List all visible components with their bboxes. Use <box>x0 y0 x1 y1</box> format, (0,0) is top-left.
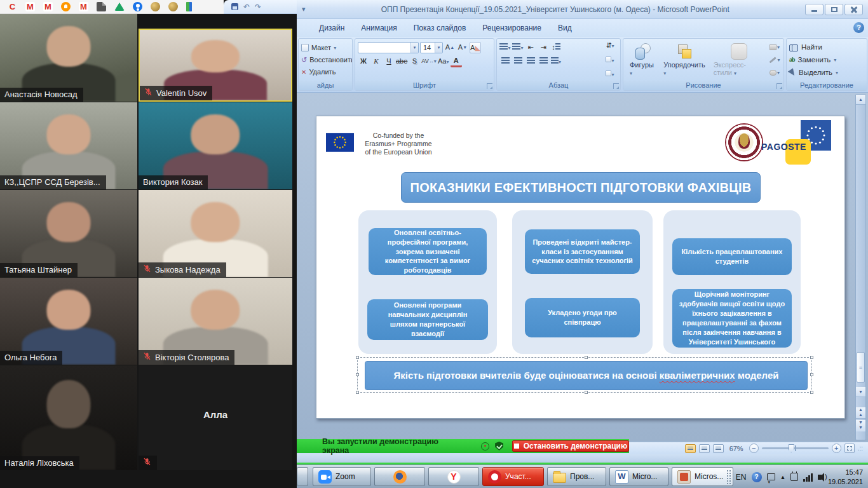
participant-tile[interactable]: Ольга Небога <box>0 278 137 365</box>
text-shadow-button[interactable]: S <box>409 56 420 67</box>
stop-share-button[interactable]: Остановить демонстрацию <box>512 440 629 452</box>
font-size-combo[interactable]: 14▾ <box>420 42 443 53</box>
maximize-button[interactable] <box>825 4 843 15</box>
taskbar-button-zoom[interactable]: Zoom <box>313 467 371 486</box>
slide-text-box[interactable]: Оновлені освітньо-професійної програми, … <box>369 228 487 275</box>
undo-icon[interactable]: ↶ <box>243 3 250 11</box>
character-spacing-button[interactable]: AV↔▾ <box>421 56 436 67</box>
slide-text-box[interactable]: Оновлені програми навчальних дисциплін ш… <box>367 299 488 340</box>
layout-button[interactable]: Макет▾ <box>301 42 349 54</box>
delete-slide-button[interactable]: ✕Удалить <box>301 66 349 78</box>
participant-tile[interactable]: Алла <box>139 365 292 470</box>
gmail-icon[interactable]: M <box>25 2 35 11</box>
participant-tile[interactable]: Вікторія Столярова <box>139 278 292 365</box>
bullets-button[interactable]: ▾ <box>499 42 511 53</box>
vertical-scrollbar[interactable]: ▲ ▼ ▲▲ ▼▼ <box>855 94 866 440</box>
scroll-down-icon[interactable]: ▼ <box>856 387 865 397</box>
gmail-icon[interactable]: M <box>43 2 53 11</box>
language-bar[interactable]: EN <box>736 473 747 482</box>
slide-text-box[interactable]: Щорічний моніторинг здобувачів вищої осв… <box>672 289 792 348</box>
resize-grip-icon[interactable]: .:: <box>858 445 863 452</box>
taskbar-button-yandex[interactable] <box>428 467 479 486</box>
grow-font-button[interactable]: A▲ <box>444 42 456 53</box>
taskbar-button-micros-[interactable]: Micros... <box>672 467 733 486</box>
align-left-button[interactable] <box>499 56 511 67</box>
conclusion-banner[interactable]: Якість підготовки вчителів буде оцінюват… <box>365 361 808 390</box>
taskbar-button-пров-[interactable]: Пров... <box>547 467 606 486</box>
next-slide-icon[interactable]: ▼▼ <box>856 420 865 431</box>
shape-outline-button[interactable]: ▾ <box>768 54 781 65</box>
tab-анимация[interactable]: Анимация <box>353 20 405 36</box>
quick-styles-button[interactable]: Экспресс-стили ▾ <box>710 42 768 78</box>
line-spacing-button[interactable]: ↕ <box>550 42 562 53</box>
zoom-in-icon[interactable]: + <box>832 444 841 453</box>
c-logo-icon[interactable]: C <box>8 2 17 11</box>
participant-tile[interactable]: Зыкова Надежда <box>139 190 292 277</box>
save-icon[interactable] <box>231 3 238 10</box>
scrollbar-thumb[interactable] <box>857 352 865 383</box>
zoom-slider-thumb[interactable] <box>789 444 794 452</box>
font-dialog-launcher-icon[interactable] <box>487 83 492 89</box>
shape-effects-button[interactable]: ▾ <box>768 67 781 78</box>
convert-smartart-button[interactable]: ▾ <box>602 70 618 78</box>
scroll-up-icon[interactable]: ▲ <box>856 95 865 105</box>
recording-icon[interactable] <box>481 442 489 451</box>
participant-tile[interactable]: Виктория Козак <box>139 102 292 189</box>
replace-button[interactable]: abЗаменить ▾ <box>789 54 864 66</box>
taskbar-button-micro-[interactable]: Micro... <box>609 467 668 486</box>
align-text-button[interactable]: ▾ <box>602 56 618 64</box>
google-drive-icon[interactable] <box>114 3 125 11</box>
underline-button[interactable]: Ч <box>383 56 395 67</box>
shapes-button[interactable]: Фигуры ▾ <box>626 42 660 78</box>
font-name-combo[interactable]: ▾ <box>358 42 419 53</box>
taskbar-grip-icon[interactable] <box>726 470 731 485</box>
clear-formatting-button[interactable]: A◣ <box>470 42 481 53</box>
change-case-button[interactable]: Aa▾ <box>438 56 449 67</box>
arrange-button[interactable]: Упорядочить ▾ <box>660 42 710 78</box>
tray-window-icon[interactable] <box>767 473 775 480</box>
slide-sorter-view-button[interactable] <box>699 444 710 453</box>
align-right-button[interactable] <box>525 56 536 67</box>
columns-button[interactable]: ▾ <box>550 56 562 67</box>
reset-button[interactable]: ↺Восстановить <box>301 54 349 66</box>
numbering-button[interactable]: ▾ <box>512 42 524 53</box>
shape-fill-button[interactable]: ▾ <box>768 41 781 53</box>
text-direction-button[interactable]: ⇵▾ <box>602 41 618 50</box>
minimize-button[interactable] <box>805 4 824 15</box>
notification-bell-icon[interactable] <box>61 2 71 11</box>
slide-title[interactable]: ПОКАЗНИКИ ЕФЕКТИВНОСТІ ПІДГОТОВКИ ФАХІВЦ… <box>401 172 761 203</box>
tab-дизайн[interactable]: Дизайн <box>311 20 353 36</box>
tray-help-icon[interactable] <box>752 472 762 482</box>
justify-button[interactable] <box>538 56 549 67</box>
document-icon[interactable] <box>97 2 106 11</box>
clock[interactable]: 15:47 19.05.2021 <box>828 468 863 487</box>
participant-tile[interactable]: Наталія Ліховська <box>0 365 137 470</box>
gmail-icon[interactable]: M <box>79 2 88 11</box>
misc-logo-icon[interactable] <box>186 2 192 11</box>
paragraph-dialog-launcher-icon[interactable] <box>613 83 619 89</box>
coin-icon[interactable] <box>151 2 160 11</box>
tab-рецензирование[interactable]: Рецензирование <box>474 20 550 36</box>
fit-slide-to-window-icon[interactable] <box>844 444 855 453</box>
drawing-dialog-launcher-icon[interactable] <box>776 83 782 89</box>
participant-tile[interactable]: Анастасія Новосад <box>0 14 137 102</box>
coin-icon[interactable] <box>168 2 178 11</box>
close-button[interactable] <box>844 4 863 15</box>
zoom-out-icon[interactable]: − <box>749 444 759 453</box>
slide-text-box[interactable]: Укладено угоди про співпрацю <box>525 298 640 337</box>
contact-icon[interactable] <box>133 2 142 11</box>
network-signal-icon[interactable] <box>803 473 813 482</box>
security-shield-icon[interactable] <box>495 442 503 451</box>
bold-button[interactable]: Ж <box>358 56 369 67</box>
previous-slide-icon[interactable]: ▲▲ <box>856 407 865 419</box>
increase-indent-button[interactable]: ⇥ <box>538 42 549 53</box>
find-button[interactable]: Найти <box>789 41 864 53</box>
decrease-indent-button[interactable]: ⇤ <box>525 42 536 53</box>
normal-view-button[interactable] <box>685 444 696 453</box>
participant-tile[interactable]: Valentin Usov <box>139 29 292 102</box>
tab-вид[interactable]: Вид <box>550 20 580 36</box>
select-button[interactable]: Выделить ▾ <box>789 67 864 79</box>
participant-tile[interactable]: КЗ,,ЦСПР ССД Березів... <box>0 102 137 189</box>
volume-icon[interactable] <box>818 475 822 480</box>
help-icon[interactable] <box>853 22 864 33</box>
